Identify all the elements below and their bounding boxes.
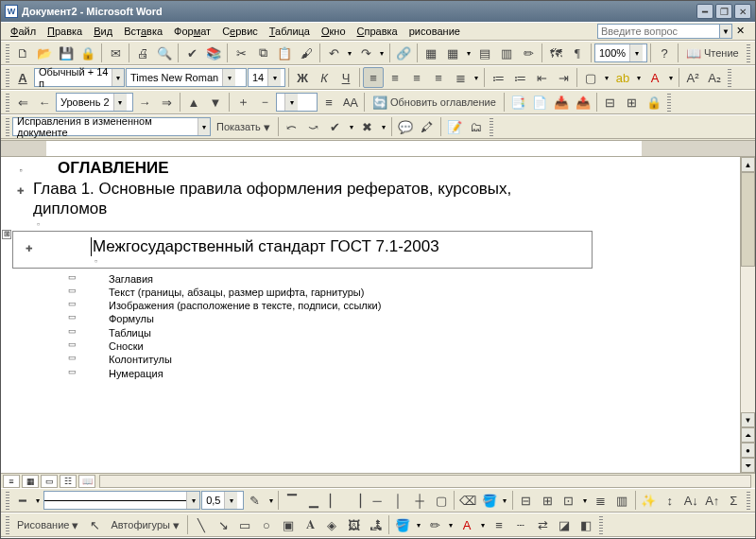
- redo-button[interactable]: ↷: [355, 43, 376, 63]
- document-page[interactable]: ▫ ОГЛАВЛЕНИЕ ✚ Глава 1. Основные правила…: [1, 157, 740, 473]
- subdoc-merge-button[interactable]: ⊟: [600, 92, 621, 113]
- highlight-tool-button[interactable]: 🖍: [417, 116, 438, 137]
- track-changes-button[interactable]: 📝: [444, 116, 465, 137]
- move-down-button[interactable]: ▼: [205, 92, 226, 113]
- horizontal-scrollbar[interactable]: [99, 475, 751, 488]
- styles-pane-button[interactable]: A: [12, 67, 33, 88]
- menu-insert[interactable]: Вставка: [118, 24, 168, 39]
- vertical-scrollbar[interactable]: ▲ ▼ ⏶ ● ⏷: [740, 157, 755, 473]
- promote-top-button[interactable]: ⇐: [12, 92, 33, 113]
- eraser-button[interactable]: ⌫: [457, 490, 478, 511]
- border-color-button[interactable]: ✎: [245, 490, 266, 511]
- align-left-button[interactable]: ≡: [363, 67, 384, 88]
- font-color-button[interactable]: A: [456, 514, 477, 535]
- style-dropdown[interactable]: ▾: [112, 69, 124, 86]
- mail-button[interactable]: ✉: [105, 43, 126, 63]
- help-search-input[interactable]: [597, 24, 720, 39]
- line-style-button[interactable]: ≡: [489, 514, 509, 535]
- sort-desc-button[interactable]: A↑: [702, 490, 723, 511]
- border-left-button[interactable]: ▏: [324, 490, 345, 511]
- line-spacing-button[interactable]: ≣: [450, 67, 471, 88]
- align-center-button[interactable]: ≡: [385, 67, 405, 88]
- subdoc-new-button[interactable]: 📄: [529, 92, 550, 113]
- highlight-button[interactable]: ab: [612, 67, 633, 88]
- arrow-tool-button[interactable]: ↘: [213, 514, 233, 535]
- split-cells-button[interactable]: ⊞: [538, 490, 558, 511]
- permissions-button[interactable]: 🔒: [77, 43, 98, 63]
- research-button[interactable]: 📚: [203, 43, 224, 63]
- sort-asc-button[interactable]: A↓: [681, 490, 702, 511]
- font-size-combo[interactable]: 14 ▾: [248, 68, 285, 87]
- toc-frame[interactable]: ⊞ ✚ Межгосударственный стандарт ГОСТ 7.1…: [12, 231, 593, 269]
- rectangle-tool-button[interactable]: ▭: [234, 514, 255, 535]
- fill-color-button[interactable]: 🪣: [392, 514, 413, 535]
- close-doc-button[interactable]: ✕: [736, 25, 751, 38]
- print-preview-button[interactable]: 🔍: [154, 43, 175, 63]
- borders-dropdown[interactable]: ▾: [602, 74, 611, 82]
- outline-expand-icon[interactable]: ✚: [17, 244, 42, 253]
- line-color-button[interactable]: ✏: [424, 514, 445, 535]
- textbox-tool-button[interactable]: ▣: [278, 514, 299, 535]
- print-button[interactable]: 🖨: [132, 43, 153, 63]
- numbering-button[interactable]: ≔: [488, 67, 508, 88]
- new-comment-button[interactable]: 💬: [395, 116, 416, 137]
- doc-map-button[interactable]: 🗺: [545, 43, 566, 63]
- prev-change-button[interactable]: ⤺: [282, 116, 302, 137]
- demote-button[interactable]: →: [134, 92, 155, 113]
- align-right-button[interactable]: ≡: [406, 67, 427, 88]
- accept-change-button[interactable]: ✔: [325, 116, 346, 137]
- zoom-dropdown[interactable]: ▾: [629, 44, 643, 61]
- font-color-dropdown[interactable]: ▾: [478, 521, 488, 530]
- italic-button[interactable]: К: [314, 67, 335, 88]
- move-up-button[interactable]: ▲: [183, 92, 204, 113]
- merge-cells-button[interactable]: ⊟: [516, 490, 537, 511]
- help-button[interactable]: ?: [654, 43, 675, 63]
- text-direction-button[interactable]: ↕: [660, 490, 680, 511]
- autoformat-button[interactable]: ✨: [638, 490, 659, 511]
- accept-dropdown[interactable]: ▾: [347, 123, 356, 131]
- border-top-button[interactable]: ▔: [282, 490, 302, 511]
- browse-object-button[interactable]: ●: [741, 443, 755, 458]
- font-size-dropdown[interactable]: ▾: [267, 69, 281, 86]
- undo-dropdown[interactable]: ▾: [345, 49, 354, 58]
- font-dropdown[interactable]: ▾: [222, 69, 235, 86]
- arrow-style-button[interactable]: ⇄: [532, 514, 553, 535]
- oval-tool-button[interactable]: ○: [256, 514, 277, 535]
- scroll-track[interactable]: [741, 172, 755, 412]
- tables-borders-button[interactable]: ▦: [421, 43, 441, 63]
- reviewing-pane-button[interactable]: 🗂: [466, 116, 487, 137]
- drawing-button[interactable]: ✏: [518, 43, 539, 63]
- diagram-button[interactable]: ◈: [321, 514, 342, 535]
- next-change-button[interactable]: ⤻: [303, 116, 324, 137]
- outline-level-dropdown[interactable]: ▾: [113, 94, 127, 111]
- outline-level-combo[interactable]: Уровень 2 ▾: [56, 93, 133, 112]
- menu-format[interactable]: Формат: [168, 24, 216, 39]
- paste-button[interactable]: 📋: [274, 43, 295, 63]
- line-tool-button[interactable]: ╲: [191, 514, 212, 535]
- select-objects-button[interactable]: ↖: [84, 514, 105, 535]
- superscript-button[interactable]: A²: [682, 67, 703, 88]
- border-bottom-button[interactable]: ▁: [303, 490, 324, 511]
- subdoc-remove-button[interactable]: 📤: [573, 92, 593, 113]
- reject-dropdown[interactable]: ▾: [379, 123, 388, 131]
- subdoc-split-button[interactable]: ⊞: [622, 92, 643, 113]
- clipart-button[interactable]: 🖼: [343, 514, 364, 535]
- highlight-dropdown[interactable]: ▾: [634, 74, 644, 82]
- track-changes-view-combo[interactable]: Исправления в измененном документе ▾: [12, 117, 211, 136]
- line-weight-combo[interactable]: 0,5 ▾: [201, 491, 244, 510]
- menu-help[interactable]: Справка: [352, 24, 404, 39]
- dash-style-button[interactable]: ┄: [510, 514, 531, 535]
- line-style-dropdown[interactable]: ▾: [33, 496, 43, 505]
- line-weight-dropdown[interactable]: ▾: [224, 492, 237, 509]
- open-button[interactable]: 📂: [34, 43, 55, 63]
- autoshapes-button[interactable]: Автофигуры ▾: [106, 514, 184, 535]
- font-color-dropdown[interactable]: ▾: [666, 74, 676, 82]
- minimize-button[interactable]: ━: [696, 4, 713, 19]
- distribute-rows-button[interactable]: ≣: [590, 490, 610, 511]
- draw-menu-button[interactable]: Рисование ▾: [12, 514, 83, 535]
- border-inside-button[interactable]: ┼: [409, 490, 430, 511]
- spellcheck-button[interactable]: ✔: [181, 43, 202, 63]
- master-doc-button[interactable]: 📑: [507, 92, 528, 113]
- new-button[interactable]: 🗋: [12, 43, 33, 63]
- normal-view-button[interactable]: ≡: [3, 475, 20, 488]
